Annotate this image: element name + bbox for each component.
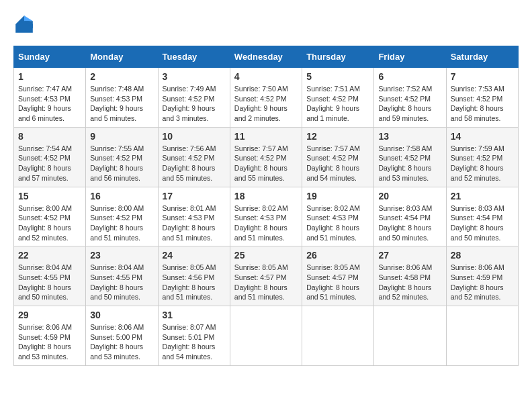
day-info: Sunrise: 7:58 AM Sunset: 4:52 PM Dayligh…	[378, 144, 441, 183]
calendar-cell: 3Sunrise: 7:49 AM Sunset: 4:52 PM Daylig…	[158, 68, 230, 128]
day-number: 10	[163, 131, 226, 142]
day-info: Sunrise: 8:00 AM Sunset: 4:52 PM Dayligh…	[90, 203, 153, 243]
day-number: 27	[378, 250, 441, 261]
day-number: 22	[18, 250, 81, 261]
day-info: Sunrise: 7:59 AM Sunset: 4:52 PM Dayligh…	[451, 144, 514, 183]
calendar-cell: 25Sunrise: 8:05 AM Sunset: 4:57 PM Dayli…	[230, 246, 302, 306]
day-info: Sunrise: 8:04 AM Sunset: 4:55 PM Dayligh…	[90, 263, 153, 302]
weekday-header-wednesday: Wednesday	[230, 46, 302, 68]
day-info: Sunrise: 7:52 AM Sunset: 4:52 PM Dayligh…	[378, 84, 441, 124]
calendar-cell	[302, 306, 374, 366]
day-number: 17	[163, 191, 226, 201]
calendar-cell: 10Sunrise: 7:56 AM Sunset: 4:52 PM Dayli…	[158, 127, 230, 187]
calendar-cell: 1Sunrise: 7:47 AM Sunset: 4:53 PM Daylig…	[14, 68, 86, 128]
calendar-cell: 24Sunrise: 8:05 AM Sunset: 4:56 PM Dayli…	[158, 246, 230, 306]
day-number: 4	[234, 71, 298, 82]
calendar-cell: 23Sunrise: 8:04 AM Sunset: 4:55 PM Dayli…	[86, 246, 158, 306]
calendar-week-row: 29Sunrise: 8:06 AM Sunset: 4:59 PM Dayli…	[14, 306, 519, 366]
day-number: 18	[234, 191, 298, 201]
day-number: 21	[451, 191, 514, 201]
day-info: Sunrise: 8:04 AM Sunset: 4:55 PM Dayligh…	[18, 263, 81, 302]
calendar-cell: 15Sunrise: 8:00 AM Sunset: 4:52 PM Dayli…	[14, 187, 86, 246]
day-number: 13	[378, 131, 441, 142]
day-info: Sunrise: 7:49 AM Sunset: 4:52 PM Dayligh…	[163, 84, 226, 124]
day-number: 23	[90, 250, 153, 261]
day-info: Sunrise: 8:06 AM Sunset: 4:59 PM Dayligh…	[451, 263, 514, 302]
day-info: Sunrise: 8:01 AM Sunset: 4:53 PM Dayligh…	[163, 203, 226, 243]
calendar-cell: 14Sunrise: 7:59 AM Sunset: 4:52 PM Dayli…	[446, 127, 518, 187]
calendar-cell	[374, 306, 446, 366]
calendar-cell: 28Sunrise: 8:06 AM Sunset: 4:59 PM Dayli…	[446, 246, 518, 306]
day-info: Sunrise: 8:03 AM Sunset: 4:54 PM Dayligh…	[451, 203, 514, 243]
calendar-cell: 17Sunrise: 8:01 AM Sunset: 4:53 PM Dayli…	[158, 187, 230, 246]
weekday-header-monday: Monday	[86, 46, 158, 68]
day-number: 12	[306, 131, 369, 142]
day-number: 24	[163, 250, 226, 261]
day-number: 9	[90, 131, 153, 142]
calendar-week-row: 1Sunrise: 7:47 AM Sunset: 4:53 PM Daylig…	[14, 68, 519, 128]
day-number: 16	[90, 191, 153, 201]
day-number: 29	[18, 310, 81, 320]
day-info: Sunrise: 8:03 AM Sunset: 4:54 PM Dayligh…	[378, 203, 441, 243]
day-info: Sunrise: 7:48 AM Sunset: 4:53 PM Dayligh…	[90, 84, 153, 124]
day-number: 26	[306, 250, 369, 261]
calendar-cell: 26Sunrise: 8:05 AM Sunset: 4:57 PM Dayli…	[302, 246, 374, 306]
day-info: Sunrise: 7:54 AM Sunset: 4:52 PM Dayligh…	[18, 144, 81, 183]
day-info: Sunrise: 7:53 AM Sunset: 4:52 PM Dayligh…	[451, 84, 514, 124]
calendar-week-row: 15Sunrise: 8:00 AM Sunset: 4:52 PM Dayli…	[14, 187, 519, 246]
svg-marker-1	[24, 15, 33, 21]
day-info: Sunrise: 8:06 AM Sunset: 4:58 PM Dayligh…	[378, 263, 441, 302]
day-info: Sunrise: 7:51 AM Sunset: 4:52 PM Dayligh…	[306, 84, 369, 124]
weekday-header-sunday: Sunday	[14, 46, 86, 68]
day-number: 28	[451, 250, 514, 261]
calendar-cell: 2Sunrise: 7:48 AM Sunset: 4:53 PM Daylig…	[86, 68, 158, 128]
calendar-cell: 18Sunrise: 8:02 AM Sunset: 4:53 PM Dayli…	[230, 187, 302, 246]
logo-icon	[13, 13, 35, 35]
day-info: Sunrise: 8:06 AM Sunset: 4:59 PM Dayligh…	[18, 322, 81, 362]
day-info: Sunrise: 8:02 AM Sunset: 4:53 PM Dayligh…	[306, 203, 369, 243]
weekday-header-saturday: Saturday	[446, 46, 518, 68]
day-number: 20	[378, 191, 441, 201]
calendar-cell: 27Sunrise: 8:06 AM Sunset: 4:58 PM Dayli…	[374, 246, 446, 306]
calendar-cell: 12Sunrise: 7:57 AM Sunset: 4:52 PM Dayli…	[302, 127, 374, 187]
calendar-cell: 29Sunrise: 8:06 AM Sunset: 4:59 PM Dayli…	[14, 306, 86, 366]
logo	[13, 13, 38, 35]
day-number: 31	[163, 310, 226, 320]
calendar-cell	[230, 306, 302, 366]
calendar-cell: 13Sunrise: 7:58 AM Sunset: 4:52 PM Dayli…	[374, 127, 446, 187]
calendar-week-row: 8Sunrise: 7:54 AM Sunset: 4:52 PM Daylig…	[14, 127, 519, 187]
day-info: Sunrise: 8:06 AM Sunset: 5:00 PM Dayligh…	[90, 322, 153, 362]
day-number: 3	[163, 71, 226, 82]
calendar-cell: 16Sunrise: 8:00 AM Sunset: 4:52 PM Dayli…	[86, 187, 158, 246]
calendar-cell: 30Sunrise: 8:06 AM Sunset: 5:00 PM Dayli…	[86, 306, 158, 366]
page-header	[13, 13, 519, 35]
calendar-cell: 11Sunrise: 7:57 AM Sunset: 4:52 PM Dayli…	[230, 127, 302, 187]
day-number: 1	[18, 71, 81, 82]
calendar-cell: 8Sunrise: 7:54 AM Sunset: 4:52 PM Daylig…	[14, 127, 86, 187]
day-number: 6	[378, 71, 441, 82]
weekday-header-row: SundayMondayTuesdayWednesdayThursdayFrid…	[14, 46, 519, 68]
calendar-cell: 6Sunrise: 7:52 AM Sunset: 4:52 PM Daylig…	[374, 68, 446, 128]
calendar-week-row: 22Sunrise: 8:04 AM Sunset: 4:55 PM Dayli…	[14, 246, 519, 306]
day-number: 15	[18, 191, 81, 201]
day-number: 8	[18, 131, 81, 142]
calendar-cell: 19Sunrise: 8:02 AM Sunset: 4:53 PM Dayli…	[302, 187, 374, 246]
calendar-cell: 5Sunrise: 7:51 AM Sunset: 4:52 PM Daylig…	[302, 68, 374, 128]
day-info: Sunrise: 8:05 AM Sunset: 4:56 PM Dayligh…	[163, 263, 226, 302]
day-info: Sunrise: 7:56 AM Sunset: 4:52 PM Dayligh…	[163, 144, 226, 183]
day-number: 5	[306, 71, 369, 82]
day-info: Sunrise: 7:55 AM Sunset: 4:52 PM Dayligh…	[90, 144, 153, 183]
day-info: Sunrise: 7:47 AM Sunset: 4:53 PM Dayligh…	[18, 84, 81, 124]
day-info: Sunrise: 7:57 AM Sunset: 4:52 PM Dayligh…	[234, 144, 298, 183]
calendar-cell	[446, 306, 518, 366]
day-info: Sunrise: 7:50 AM Sunset: 4:52 PM Dayligh…	[234, 84, 298, 124]
weekday-header-friday: Friday	[374, 46, 446, 68]
day-info: Sunrise: 8:05 AM Sunset: 4:57 PM Dayligh…	[306, 263, 369, 302]
weekday-header-thursday: Thursday	[302, 46, 374, 68]
day-number: 11	[234, 131, 298, 142]
day-info: Sunrise: 7:57 AM Sunset: 4:52 PM Dayligh…	[306, 144, 369, 183]
day-info: Sunrise: 8:07 AM Sunset: 5:01 PM Dayligh…	[163, 322, 226, 362]
weekday-header-tuesday: Tuesday	[158, 46, 230, 68]
day-number: 30	[90, 310, 153, 320]
day-info: Sunrise: 8:05 AM Sunset: 4:57 PM Dayligh…	[234, 263, 298, 302]
